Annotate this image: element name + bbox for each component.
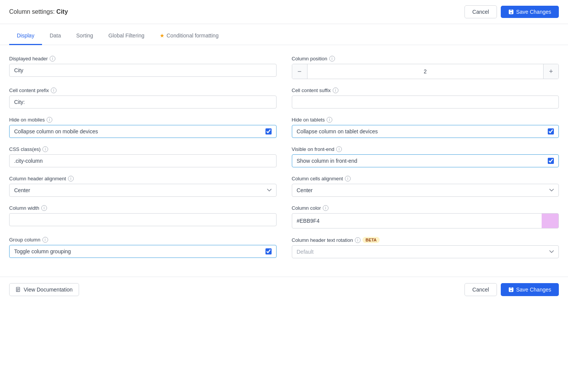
header: Column settings: City Cancel Save Change…	[0, 0, 568, 24]
footer-actions: Cancel Save Changes	[464, 283, 559, 296]
column-color-group: Column color i	[292, 205, 559, 228]
content: Displayed header i Column position i − +…	[0, 45, 568, 269]
hide-mobiles-info-icon[interactable]: i	[47, 117, 52, 123]
footer-save-icon	[508, 287, 514, 292]
doc-icon	[16, 287, 21, 292]
group-column-label: Group column i	[9, 237, 277, 243]
hide-on-mobiles-checkbox[interactable]	[265, 128, 272, 134]
column-header-alignment-group: Column header alignment i Center Left Ri…	[9, 176, 277, 197]
cell-content-prefix-label: Cell content prefix i	[9, 87, 277, 93]
displayed-header-info-icon[interactable]: i	[50, 56, 55, 62]
header-save-button[interactable]: Save Changes	[501, 6, 559, 18]
visible-frontend-row: Show column in front-end	[292, 154, 559, 167]
column-width-info-icon[interactable]: i	[41, 205, 47, 211]
tab-sorting[interactable]: Sorting	[68, 27, 100, 45]
css-classes-info-icon[interactable]: i	[42, 146, 48, 152]
column-color-label: Column color i	[292, 205, 559, 211]
cell-suffix-info-icon[interactable]: i	[333, 87, 338, 93]
column-header-text-rotation-label: Column header text rotation i BETA	[292, 237, 559, 243]
column-header-text-rotation-group: Column header text rotation i BETA Defau…	[292, 237, 559, 258]
group-column-group: Group column i Toggle column grouping	[9, 237, 277, 258]
hide-on-mobiles-label: Hide on mobiles i	[9, 117, 277, 123]
hide-on-tablets-group: Hide on tablets i Collapse column on tab…	[292, 117, 559, 138]
hide-on-tablets-label: Hide on tablets i	[292, 117, 559, 123]
css-classes-group: CSS class(es) i	[9, 146, 277, 167]
hide-on-tablets-row: Collapse column on tablet devices	[292, 125, 559, 138]
column-color-field	[292, 213, 559, 228]
column-header-text-rotation-select[interactable]: Default	[292, 245, 559, 258]
hide-on-mobiles-group: Hide on mobiles i Collapse column on mob…	[9, 117, 277, 138]
css-classes-input[interactable]	[9, 154, 277, 167]
displayed-header-group: Displayed header i	[9, 56, 277, 79]
header-alignment-info-icon[interactable]: i	[68, 176, 74, 181]
beta-badge: BETA	[362, 237, 380, 243]
group-column-checkbox-label: Toggle column grouping	[14, 248, 262, 254]
column-width-input[interactable]	[9, 213, 277, 226]
column-width-group: Column width i	[9, 205, 277, 228]
tab-data[interactable]: Data	[42, 27, 69, 45]
column-position-group: Column position i − +	[292, 56, 559, 79]
form-grid: Displayed header i Column position i − +…	[9, 56, 559, 258]
cell-content-suffix-group: Cell content suffix i	[292, 87, 559, 109]
visible-frontend-info-icon[interactable]: i	[336, 146, 342, 152]
cell-content-prefix-group: Cell content prefix i	[9, 87, 277, 109]
hide-on-mobiles-checkbox-label: Collapse column on mobile devices	[14, 128, 262, 134]
group-column-checkbox[interactable]	[265, 248, 272, 254]
column-color-info-icon[interactable]: i	[323, 205, 329, 211]
tab-global-filtering[interactable]: Global Filtering	[101, 27, 152, 45]
visible-frontend-checkbox-label: Show column in front-end	[297, 158, 544, 164]
hide-tablets-info-icon[interactable]: i	[327, 117, 332, 123]
position-value-input[interactable]	[307, 68, 544, 75]
text-rotation-info-icon[interactable]: i	[355, 237, 361, 243]
column-color-input[interactable]	[292, 215, 542, 227]
header-cancel-button[interactable]: Cancel	[464, 5, 497, 18]
css-classes-label: CSS class(es) i	[9, 146, 277, 152]
cell-content-prefix-input[interactable]	[9, 96, 277, 109]
column-position-label: Column position i	[292, 56, 559, 62]
group-column-row: Toggle column grouping	[9, 245, 277, 258]
cells-alignment-info-icon[interactable]: i	[345, 176, 351, 181]
group-column-info-icon[interactable]: i	[42, 237, 48, 243]
star-icon: ★	[160, 32, 165, 39]
visible-frontend-label: Visible on front-end i	[292, 146, 559, 152]
save-icon	[508, 9, 514, 15]
column-position-control: − +	[292, 64, 559, 79]
footer: View Documentation Cancel Save Changes	[0, 277, 568, 302]
header-actions: Cancel Save Changes	[464, 5, 559, 18]
column-position-info-icon[interactable]: i	[329, 56, 335, 62]
visible-frontend-group: Visible on front-end i Show column in fr…	[292, 146, 559, 167]
tab-display[interactable]: Display	[9, 27, 42, 45]
cell-prefix-info-icon[interactable]: i	[51, 87, 57, 93]
cell-content-suffix-input[interactable]	[292, 96, 559, 109]
hide-on-tablets-checkbox[interactable]	[548, 128, 554, 134]
position-increment-button[interactable]: +	[543, 64, 558, 79]
tabs: Display Data Sorting Global Filtering ★C…	[0, 27, 568, 45]
hide-on-tablets-checkbox-label: Collapse column on tablet devices	[297, 128, 544, 134]
tab-conditional-formatting[interactable]: ★Conditional formatting	[152, 27, 226, 45]
hide-on-mobiles-row: Collapse column on mobile devices	[9, 125, 277, 138]
page-title: Column settings: City	[9, 8, 68, 15]
displayed-header-input[interactable]	[9, 64, 277, 77]
displayed-header-label: Displayed header i	[9, 56, 277, 62]
color-swatch[interactable]	[542, 214, 558, 228]
column-cells-alignment-group: Column cells alignment i Center Left Rig…	[292, 176, 559, 197]
column-header-alignment-select[interactable]: Center Left Right	[9, 184, 277, 197]
visible-frontend-checkbox[interactable]	[548, 158, 554, 164]
column-cells-alignment-label: Column cells alignment i	[292, 176, 559, 181]
footer-save-button[interactable]: Save Changes	[501, 283, 559, 296]
column-header-alignment-label: Column header alignment i	[9, 176, 277, 181]
footer-cancel-button[interactable]: Cancel	[464, 283, 497, 296]
position-decrement-button[interactable]: −	[292, 64, 307, 79]
column-width-label: Column width i	[9, 205, 277, 211]
column-cells-alignment-select[interactable]: Center Left Right	[292, 184, 559, 197]
cell-content-suffix-label: Cell content suffix i	[292, 87, 559, 93]
view-documentation-button[interactable]: View Documentation	[9, 283, 79, 296]
